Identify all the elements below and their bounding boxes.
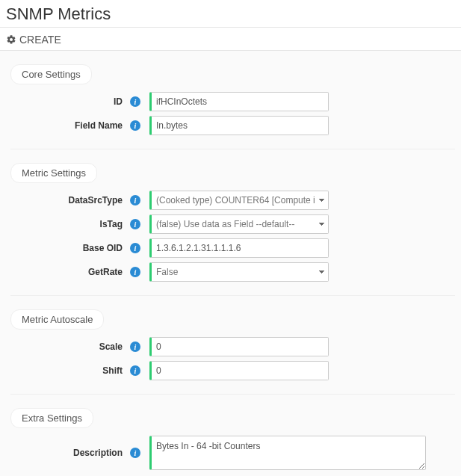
- info-icon[interactable]: i: [130, 448, 140, 458]
- create-label: CREATE: [19, 34, 61, 46]
- info-icon[interactable]: i: [130, 267, 140, 277]
- info-icon[interactable]: i: [130, 120, 140, 131]
- label-scale: Scale: [25, 341, 130, 352]
- create-action[interactable]: CREATE: [0, 28, 461, 51]
- page-title: SNMP Metrics: [0, 0, 461, 28]
- gear-icon: [6, 34, 16, 45]
- select-datasrctype[interactable]: (Cooked type) COUNTER64 [Compute incr: [149, 191, 329, 210]
- input-id[interactable]: [149, 92, 329, 111]
- info-icon[interactable]: i: [130, 195, 140, 205]
- section-metric-autoscale: Metric Autoscale Scale i Shift i: [10, 309, 455, 395]
- info-icon[interactable]: i: [130, 243, 140, 253]
- input-shift[interactable]: [149, 361, 329, 380]
- section-metric-settings: Metric Settings DataSrcType i (Cooked ty…: [10, 163, 455, 296]
- info-icon[interactable]: i: [130, 365, 140, 376]
- label-baseoid: Base OID: [25, 243, 130, 253]
- info-icon[interactable]: i: [130, 341, 140, 352]
- textarea-description[interactable]: Bytes In - 64 -bit Counters: [149, 436, 426, 470]
- select-istag[interactable]: (false) Use data as Field --default--: [149, 214, 329, 234]
- label-datasrctype: DataSrcType: [25, 195, 130, 205]
- input-scale[interactable]: [149, 337, 329, 356]
- section-title-extra: Extra Settings: [10, 408, 93, 428]
- section-title-metric: Metric Settings: [10, 163, 97, 183]
- label-getrate: GetRate: [25, 267, 130, 277]
- section-core-settings: Core Settings ID i Field Name i: [10, 64, 455, 149]
- select-getrate[interactable]: False: [149, 262, 329, 282]
- section-title-core: Core Settings: [10, 64, 92, 84]
- label-id: ID: [25, 96, 130, 107]
- label-field-name: Field Name: [25, 120, 130, 131]
- input-baseoid[interactable]: [149, 238, 329, 258]
- label-description: Description: [25, 448, 130, 458]
- section-extra-settings: Extra Settings Description i Bytes In - …: [10, 408, 455, 476]
- info-icon[interactable]: i: [130, 96, 140, 107]
- input-field-name[interactable]: [149, 116, 329, 135]
- label-shift: Shift: [25, 365, 130, 376]
- section-title-autoscale: Metric Autoscale: [10, 309, 104, 330]
- info-icon[interactable]: i: [130, 219, 140, 229]
- label-istag: IsTag: [25, 219, 130, 229]
